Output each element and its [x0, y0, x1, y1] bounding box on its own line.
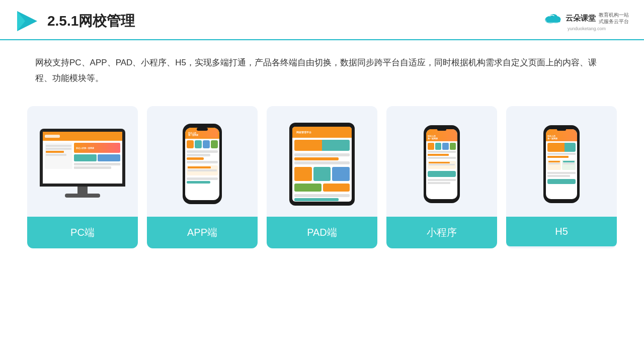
card-app-image: 职达人的第一堂网课 [147, 106, 258, 217]
pc-monitor-mockup: 职达人的第一堂网课 [37, 129, 128, 199]
card-h5: 职达人的第一堂网课 [506, 106, 617, 248]
cloud-icon [544, 11, 562, 25]
phone-miniprogram-mockup: 职达人的第一堂网课 [424, 125, 460, 203]
header-left: 2.5.1网校管理 [15, 9, 135, 33]
logo-cloud: 云朵课堂 教育机构一站 式服务云平台 [544, 11, 629, 25]
card-pad-image: 网校管理平台 [267, 106, 377, 217]
card-miniprogram-label: 小程序 [386, 217, 497, 248]
card-miniprogram-image: 职达人的第一堂网课 [386, 106, 497, 217]
phone-app-mockup: 职达人的第一堂网课 [183, 124, 222, 204]
page-title: 2.5.1网校管理 [47, 12, 135, 31]
card-pad: 网校管理平台 [267, 106, 377, 248]
logo-area: 云朵课堂 教育机构一站 式服务云平台 yunduoketang.com [544, 11, 629, 31]
card-app: 职达人的第一堂网课 [147, 106, 258, 248]
svg-rect-10 [547, 19, 560, 22]
card-h5-image: 职达人的第一堂网课 [506, 106, 617, 217]
play-icon [15, 9, 39, 33]
logo-url: yunduoketang.com [568, 26, 606, 31]
logo-tagline: 教育机构一站 式服务云平台 [599, 12, 629, 25]
card-pc-label: PC端 [27, 217, 138, 248]
logo-name: 云朵课堂 [566, 14, 596, 23]
card-pc: 职达人的第一堂网课 [27, 106, 138, 248]
card-app-label: APP端 [147, 217, 258, 248]
description-text: 网校支持PC、APP、PAD、小程序、H5，实现多端打通，产品各终端自由切换，数… [35, 58, 597, 83]
card-miniprogram: 职达人的第一堂网课 [386, 106, 497, 248]
card-pad-label: PAD端 [267, 217, 377, 248]
card-pc-image: 职达人的第一堂网课 [27, 106, 138, 217]
cards-container: 职达人的第一堂网课 [0, 91, 644, 248]
card-h5-label: H5 [506, 217, 617, 246]
phone-h5-mockup: 职达人的第一堂网课 [543, 125, 580, 203]
description: 网校支持PC、APP、PAD、小程序、H5，实现多端打通，产品各终端自由切换，数… [0, 40, 644, 91]
header: 2.5.1网校管理 云朵课堂 教育机构一站 式服务云平台 yunduoketan… [0, 0, 644, 40]
tablet-pad-mockup: 网校管理平台 [289, 123, 355, 206]
